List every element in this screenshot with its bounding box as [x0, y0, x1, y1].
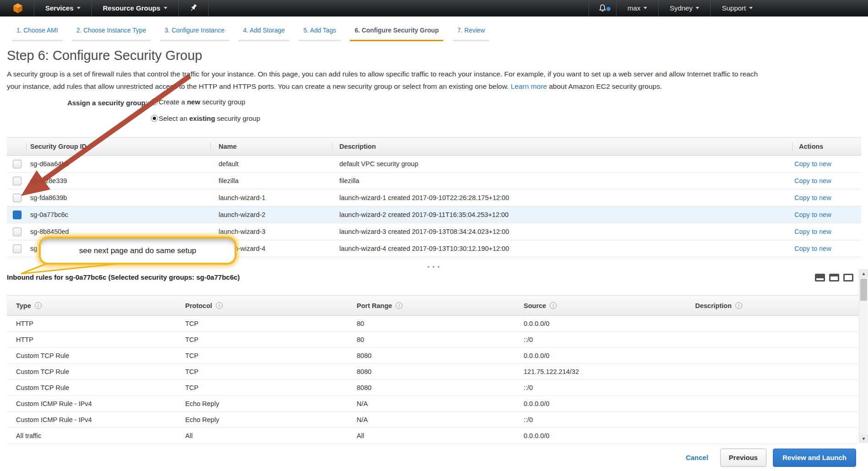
navbar-right: max Sydney Support: [589, 0, 868, 16]
notifications-button[interactable]: [589, 4, 616, 13]
previous-button[interactable]: Previous: [720, 449, 766, 467]
copy-to-new-link[interactable]: Copy to new: [794, 240, 831, 257]
cancel-button[interactable]: Cancel: [686, 454, 708, 461]
row-checkbox[interactable]: [13, 177, 21, 185]
header-rule-description: Descriptioni: [695, 296, 742, 315]
chevron-down-icon: [696, 7, 699, 9]
nav-services-label: Services: [45, 4, 74, 12]
nav-resource-groups[interactable]: Resource Groups: [92, 0, 178, 16]
chevron-down-icon: [164, 7, 167, 9]
sg-name: default: [219, 156, 239, 172]
rule-type: HTTP: [16, 332, 33, 347]
row-checkbox-checked[interactable]: [13, 211, 21, 219]
radio-select-existing-security-group[interactable]: Select an existing security group: [151, 114, 260, 122]
security-group-row-selected[interactable]: sg-0a77bc6c launch-wizard-2 launch-wizar…: [7, 206, 861, 223]
rule-protocol: TCP: [185, 332, 198, 347]
info-icon[interactable]: i: [35, 302, 42, 309]
tab-add-storage[interactable]: 4. Add Storage: [238, 27, 289, 41]
copy-to-new-link[interactable]: Copy to new: [794, 173, 831, 189]
row-checkbox[interactable]: [13, 160, 21, 168]
pane-size-small-icon[interactable]: [815, 274, 825, 282]
info-icon[interactable]: i: [735, 302, 742, 309]
radio-checked-icon[interactable]: [151, 115, 158, 122]
vertical-scrollbar[interactable]: ▲ ▼: [859, 269, 868, 443]
rule-type: Custom TCP Rule: [16, 348, 69, 363]
sg-description: launch-wizard-1 created 2017-09-10T22:26…: [339, 189, 509, 206]
chevron-down-icon: [77, 7, 80, 9]
sg-description: launch-wizard-3 created 2017-09-13T08:34…: [339, 223, 509, 240]
header-port-range: Port Rangei: [357, 296, 402, 315]
info-icon[interactable]: i: [550, 302, 557, 309]
rule-port: 80: [357, 332, 364, 347]
inbound-rule-row: Custom TCP Rule TCP 8080 0.0.0.0/0: [7, 348, 858, 364]
radio-unchecked-icon[interactable]: [151, 98, 158, 105]
aws-logo[interactable]: [0, 2, 34, 14]
tab-add-tags[interactable]: 5. Add Tags: [299, 27, 341, 41]
rule-port: 8080: [357, 348, 371, 363]
review-and-launch-button[interactable]: Review and Launch: [773, 449, 856, 467]
tab-configure-instance[interactable]: 3. Configure Instance: [160, 27, 229, 41]
security-group-row[interactable]: sg-d6aa64b0 default default VPC security…: [7, 156, 861, 173]
scroll-down-button[interactable]: ▼: [859, 434, 868, 443]
aws-cube-icon: [12, 2, 24, 14]
scrollbar-thumb[interactable]: [860, 279, 867, 301]
nav-pin-shortcut[interactable]: [179, 0, 208, 16]
rule-source: ::/0: [524, 412, 533, 428]
sg-id: sg-0a77bc6c: [30, 206, 68, 223]
nav-region-menu[interactable]: Sydney: [659, 0, 710, 16]
inbound-rule-row: Custom TCP Rule TCP 8080 ::/0: [7, 380, 858, 396]
tab-review[interactable]: 7. Review: [453, 27, 490, 41]
radio-create-new-security-group[interactable]: Create a new security group: [151, 98, 245, 106]
info-icon[interactable]: i: [216, 302, 223, 309]
copy-to-new-link[interactable]: Copy to new: [794, 223, 831, 240]
rule-source: 0.0.0.0/0: [524, 428, 549, 444]
step-description-suffix: about Amazon EC2 security groups.: [547, 82, 662, 90]
copy-to-new-link[interactable]: Copy to new: [794, 156, 831, 172]
wizard-step-tabs: 1. Choose AMI 2. Choose Instance Type 3.…: [0, 16, 868, 44]
rule-protocol: TCP: [185, 316, 198, 331]
row-checkbox[interactable]: [13, 227, 21, 236]
rule-protocol: Echo Reply: [185, 396, 219, 411]
nav-support-menu[interactable]: Support: [711, 0, 764, 16]
rule-port: N/A: [357, 396, 368, 411]
inbound-rules-title: Inbound rules for sg-0a77bc6c (Selected …: [7, 273, 240, 281]
header-source: Sourcei: [524, 296, 557, 315]
region-name: Sydney: [670, 4, 692, 12]
chevron-down-icon: [749, 7, 753, 9]
header-actions: Actions: [799, 138, 823, 155]
annotation-tooltip-text: see next page and do same setup: [79, 246, 196, 255]
rule-protocol: TCP: [185, 364, 198, 379]
step-description-line1: A security group is a set of firewall ru…: [7, 70, 758, 78]
rule-source: 121.75.122.214/32: [524, 364, 579, 379]
inbound-rule-row: All traffic All All 0.0.0.0/0: [7, 428, 858, 444]
sg-id: sg-d6aa64b0: [30, 156, 69, 172]
pane-resize-handle[interactable]: [428, 266, 439, 268]
header-security-group-id: Security Group ID: [30, 138, 86, 155]
security-group-row[interactable]: sg-fda8639b launch-wizard-1 launch-wizar…: [7, 189, 861, 206]
security-group-row[interactable]: sg-5f28e339 filezilla filezilla Copy to …: [7, 173, 861, 189]
tab-choose-ami[interactable]: 1. Choose AMI: [12, 27, 63, 41]
tab-configure-security-group[interactable]: 6. Configure Security Group: [350, 27, 443, 41]
pane-size-medium-icon[interactable]: [829, 274, 839, 282]
scroll-up-button[interactable]: ▲: [859, 269, 868, 278]
pane-size-large-icon[interactable]: [843, 274, 853, 282]
nav-account-menu[interactable]: max: [616, 0, 658, 16]
copy-to-new-link[interactable]: Copy to new: [794, 189, 831, 206]
row-checkbox[interactable]: [13, 244, 21, 253]
row-checkbox[interactable]: [13, 194, 21, 202]
sg-name: filezilla: [219, 173, 239, 189]
info-icon[interactable]: i: [396, 302, 402, 309]
navbar-left: Services Resource Groups: [0, 0, 209, 16]
tab-choose-instance-type[interactable]: 2. Choose Instance Type: [72, 27, 150, 41]
rule-source: ::/0: [524, 380, 533, 395]
radio-create-new-label: Create a new security group: [159, 98, 245, 106]
copy-to-new-link[interactable]: Copy to new: [794, 206, 831, 223]
radio-select-existing-label: Select an existing security group: [159, 114, 260, 122]
nav-services[interactable]: Services: [34, 0, 91, 16]
sg-name: launch-wizard-1: [219, 189, 265, 206]
rule-type: Custom ICMP Rule - IPv4: [16, 412, 92, 428]
annotation-tooltip: see next page and do same setup: [39, 237, 236, 265]
sg-id: sg-fda8639b: [30, 189, 67, 206]
top-navbar: Services Resource Groups: [0, 0, 868, 16]
learn-more-link[interactable]: Learn more: [511, 82, 547, 90]
